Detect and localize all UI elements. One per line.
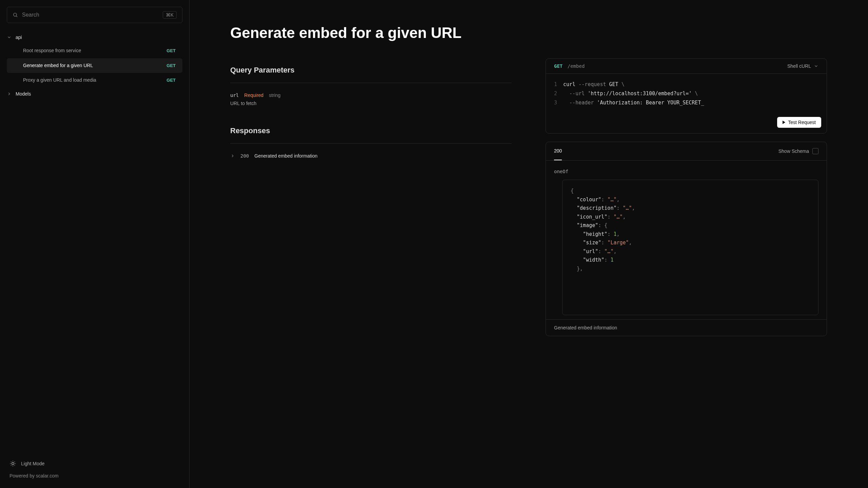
light-mode-label: Light Mode [21, 461, 44, 466]
sidebar-item-label: Generate embed for a given URL [23, 62, 162, 69]
svg-line-6 [15, 465, 15, 466]
method-badge: GET [166, 78, 176, 83]
param-type: string [269, 93, 280, 98]
play-icon [783, 121, 785, 124]
response-tabs: 200 Show Schema [546, 142, 827, 161]
sidebar-item-label: Root response from service [23, 47, 162, 54]
divider [230, 83, 512, 83]
method-badge: GET [166, 48, 176, 53]
svg-point-0 [14, 13, 17, 16]
main-content: Generate embed for a given URL Query Par… [190, 0, 868, 488]
test-request-label: Test Request [788, 120, 816, 125]
show-schema-toggle[interactable]: Show Schema [778, 148, 818, 154]
request-panel: GET /embed Shell cURL 1curl --request GE… [546, 58, 827, 134]
sidebar-group-models[interactable]: Models [0, 88, 189, 100]
sidebar-group-label: api [16, 35, 22, 40]
chevron-down-icon [814, 64, 818, 68]
language-selector[interactable]: Shell cURL [787, 63, 818, 69]
request-path: /embed [568, 63, 585, 69]
search-icon [13, 12, 18, 18]
sidebar-item-generate-embed[interactable]: Generate embed for a given URL GET [7, 58, 182, 73]
schema-json[interactable]: { "colour": "…", "description": "…", "ic… [562, 180, 818, 315]
svg-line-9 [11, 465, 11, 466]
status-code: 200 [240, 153, 249, 159]
param-required-badge: Required [244, 93, 263, 98]
search-input[interactable] [22, 12, 159, 18]
sidebar: ⌘K api Root response from service GET Ge… [0, 0, 190, 488]
request-header: GET /embed Shell cURL [546, 59, 827, 74]
oneof-label: oneOf [546, 161, 827, 174]
query-parameters-heading: Query Parameters [230, 66, 512, 75]
powered-by[interactable]: Powered by scalar.com [9, 473, 180, 479]
search-shortcut: ⌘K [163, 11, 177, 19]
responses-heading: Responses [230, 126, 512, 135]
sun-icon [9, 460, 16, 467]
show-schema-label: Show Schema [778, 148, 809, 154]
response-description: Generated embed information [254, 153, 317, 159]
request-method: GET [554, 63, 563, 69]
svg-line-10 [15, 462, 15, 462]
chevron-down-icon [7, 35, 12, 40]
show-schema-checkbox[interactable] [812, 148, 818, 154]
sidebar-item-label: Proxy a given URL and load media [23, 77, 162, 84]
param-name: url [230, 93, 239, 98]
svg-line-5 [11, 462, 11, 462]
light-mode-toggle[interactable]: Light Mode [9, 460, 180, 467]
param-description: URL to fetch [230, 101, 512, 106]
sidebar-item-proxy-url[interactable]: Proxy a given URL and load media GET [7, 73, 182, 88]
response-panel: 200 Show Schema oneOf { "colour": "…", "… [546, 142, 827, 336]
chevron-right-icon [7, 92, 12, 96]
tab-200[interactable]: 200 [554, 142, 562, 160]
response-200[interactable]: 200 Generated embed information [230, 153, 512, 159]
param-row: url Required string [230, 93, 512, 98]
sidebar-group-api[interactable]: api [0, 31, 189, 43]
schema-footer: Generated embed information [546, 319, 827, 336]
svg-line-1 [16, 16, 17, 17]
language-label: Shell cURL [787, 63, 811, 69]
sidebar-item-root-response[interactable]: Root response from service GET [7, 43, 182, 58]
page-title: Generate embed for a given URL [230, 24, 512, 41]
divider [230, 143, 512, 144]
svg-point-2 [12, 463, 14, 465]
code-block[interactable]: 1curl --request GET \ 2 --url 'http://lo… [546, 74, 827, 114]
search-box[interactable]: ⌘K [7, 7, 182, 23]
chevron-right-icon [230, 154, 235, 158]
method-badge: GET [166, 63, 176, 68]
test-request-button[interactable]: Test Request [777, 117, 821, 128]
sidebar-group-label: Models [16, 91, 31, 97]
